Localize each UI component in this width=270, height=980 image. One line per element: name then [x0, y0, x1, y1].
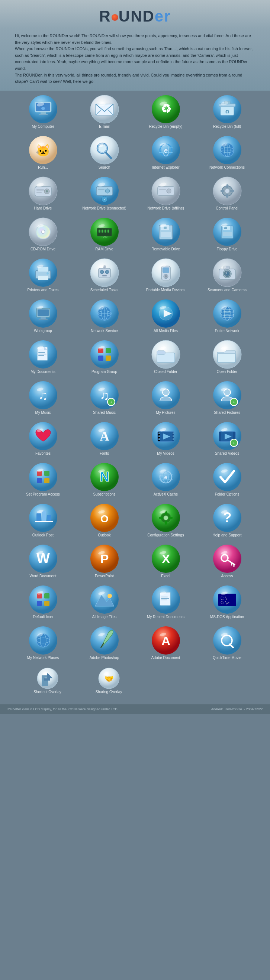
icon-ram-drive[interactable]: RAM RAM Drive	[75, 217, 133, 255]
icon-powerpoint[interactable]: P PowerPoint	[75, 544, 133, 582]
icon-activex-cache[interactable]: e ActiveX Cache	[137, 462, 195, 500]
svg-rect-69	[230, 190, 234, 192]
icon-floppy[interactable]: Floppy Drive	[198, 217, 256, 255]
svg-rect-212	[44, 471, 50, 476]
icon-word[interactable]: W Word Document	[14, 544, 72, 582]
svg-rect-82	[107, 229, 109, 232]
icon-configuration-settings[interactable]: Configuration Settings	[137, 503, 195, 541]
icon-ie[interactable]: e Internet Explorer	[137, 135, 195, 173]
label-adobe-document: Adobe Document	[151, 655, 180, 663]
icon-all-media[interactable]: All Media Files	[137, 299, 195, 337]
icon-row-10: Set Program Access N	[8, 462, 262, 500]
icon-control-panel[interactable]: Control Panel	[198, 176, 256, 214]
icon-my-pictures[interactable]: My Pictures	[137, 380, 195, 418]
icon-shared-music[interactable]: ♫ + Shared Music	[75, 380, 133, 418]
icon-printers[interactable]: Printers and Faxes	[14, 258, 72, 296]
svg-point-5	[41, 107, 45, 110]
svg-rect-153	[38, 355, 44, 356]
icon-row-11: Outlook Post O	[8, 503, 262, 541]
icon-run[interactable]: 🐱 Run...	[14, 135, 72, 173]
icon-scheduled-tasks[interactable]: Scheduled Tasks	[75, 258, 133, 296]
icon-open-folder[interactable]: Open Folder	[198, 340, 256, 377]
svg-rect-79	[99, 229, 101, 232]
icon-network-connections[interactable]: Network Connections	[198, 135, 256, 173]
icon-row-12: W Word Document P	[8, 544, 262, 582]
icon-outlook[interactable]: O Outlook	[75, 503, 133, 541]
label-search: Search	[99, 165, 110, 173]
icon-help-support[interactable]: ? Help and Support	[198, 503, 256, 541]
svg-text:RAM: RAM	[102, 235, 107, 238]
icon-my-music[interactable]: ♫ My Music	[14, 380, 72, 418]
label-entire-network: Entire Network	[215, 328, 240, 337]
icon-portable-media[interactable]: Portable Media Devices	[137, 258, 195, 296]
icon-entire-network[interactable]: Entire Network	[198, 299, 256, 337]
label-network-service: Network Service	[91, 328, 118, 337]
icon-removable-drive[interactable]: Removable Drive	[137, 217, 195, 255]
icon-my-computer[interactable]: My Computer	[14, 94, 72, 132]
icon-outlook-post[interactable]: Outlook Post	[14, 503, 72, 541]
svg-text:e: e	[164, 474, 167, 480]
icon-favorites[interactable]: Favorites	[14, 421, 72, 459]
icon-folder-options[interactable]: Folder Options	[198, 462, 256, 500]
icon-recycle-empty[interactable]: ♻ Recycle Bin (empty)	[137, 94, 195, 132]
label-printers: Printers and Faxes	[27, 288, 59, 296]
svg-rect-80	[102, 229, 103, 232]
label-hard-drive: Hard Drive	[34, 206, 52, 214]
label-email: E-mail	[99, 124, 109, 132]
icon-hard-drive[interactable]: Hard Drive	[14, 176, 72, 214]
svg-text:C:\>_: C:\>_	[220, 601, 232, 605]
icon-network-drive-offline[interactable]: Network Drive (offline)	[137, 176, 195, 214]
icon-msdos[interactable]: C:\ C:\>_ MS-DOS Application	[198, 585, 256, 623]
svg-rect-100	[38, 276, 48, 280]
svg-text:+: +	[110, 401, 112, 404]
svg-rect-204	[219, 432, 221, 441]
icon-my-videos[interactable]: My Videos	[137, 421, 195, 459]
icon-my-network-places[interactable]: My Network Places	[14, 625, 72, 663]
label-adobe-photoshop: Adobe Photoshop	[89, 655, 119, 663]
svg-rect-197	[173, 433, 174, 434]
icon-my-documents[interactable]: My Documents	[14, 340, 72, 377]
icon-adobe-document[interactable]: A Adobe Document	[137, 625, 195, 663]
icon-set-program-access[interactable]: Set Program Access	[14, 462, 72, 500]
icon-recycle-full[interactable]: ♻ Recycle Bin (full)	[198, 94, 256, 132]
icon-shared-videos[interactable]: + Shared Videos	[198, 421, 256, 459]
icon-subscriptions[interactable]: N Subscriptions	[75, 462, 133, 500]
icon-shortcut-overlay[interactable]: Shortcut Overlay	[19, 667, 76, 698]
icon-access[interactable]: Access	[198, 544, 256, 582]
icon-default-icon[interactable]: Default Icon	[14, 585, 72, 623]
label-open-folder: Open Folder	[217, 369, 238, 377]
label-scanners-cameras: Scanners and Cameras	[208, 288, 246, 296]
icon-fonts[interactable]: A Fonts	[75, 421, 133, 459]
icon-all-image-files[interactable]: All Image Files	[75, 585, 133, 623]
icon-network-service[interactable]: Network Service	[75, 299, 133, 337]
icon-adobe-photoshop[interactable]: Adobe Photoshop	[75, 625, 133, 663]
footer-right: Andrew 2004/08/28 ~ 2004/12/27	[211, 707, 262, 711]
icon-sharing-overlay[interactable]: 🤝 Sharing Overlay	[80, 667, 137, 698]
svg-rect-276	[161, 598, 169, 599]
icon-email[interactable]: E-mail	[75, 94, 133, 132]
icon-quicktime[interactable]: QuickTime Movie	[198, 625, 256, 663]
icon-program-group[interactable]: Program Group	[75, 340, 133, 377]
svg-rect-231	[47, 515, 51, 521]
icon-network-drive-connected[interactable]: ✓ Network Drive (connected)	[75, 176, 133, 214]
svg-point-121	[225, 272, 229, 276]
icon-excel[interactable]: X Excel	[137, 544, 195, 582]
label-ie: Internet Explorer	[152, 165, 180, 173]
label-recycle-full: Recycle Bin (full)	[213, 124, 241, 132]
label-my-videos: My Videos	[157, 451, 174, 459]
icon-shared-pictures[interactable]: + Shared Pictures	[198, 380, 256, 418]
icon-workgroup[interactable]: Workgroup	[14, 299, 72, 337]
label-my-computer: My Computer	[32, 124, 54, 132]
icon-recent-documents[interactable]: My Recent Documents	[137, 585, 195, 623]
icon-scanners-cameras[interactable]: Scanners and Cameras	[198, 258, 256, 296]
label-shared-videos: Shared Videos	[215, 451, 239, 459]
icon-closed-folder[interactable]: Closed Folder	[137, 340, 195, 377]
svg-rect-159	[105, 356, 111, 361]
icon-row-3: Hard Drive	[8, 176, 262, 214]
icon-cdrom[interactable]: CD-ROM Drive	[14, 217, 72, 255]
icon-search[interactable]: Search	[75, 135, 133, 173]
svg-rect-267	[44, 601, 50, 606]
svg-text:♻: ♻	[225, 109, 230, 115]
label-removable-drive: Removable Drive	[151, 247, 180, 255]
label-activex-cache: ActiveX Cache	[153, 492, 178, 500]
